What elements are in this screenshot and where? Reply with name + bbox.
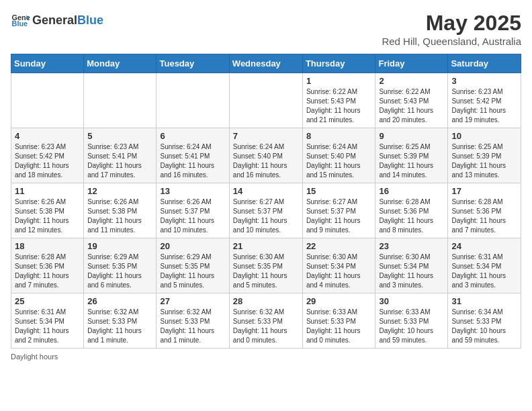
calendar-cell: 19Sunrise: 6:29 AM Sunset: 5:35 PM Dayli… <box>84 238 157 293</box>
title-area: May 2025 Red Hill, Queensland, Australia <box>382 11 521 47</box>
day-number: 10 <box>451 131 517 141</box>
calendar-cell: 25Sunrise: 6:31 AM Sunset: 5:34 PM Dayli… <box>11 293 84 349</box>
calendar-cell: 5Sunrise: 6:23 AM Sunset: 5:41 PM Daylig… <box>84 128 157 183</box>
calendar-cell: 27Sunrise: 6:32 AM Sunset: 5:33 PM Dayli… <box>157 293 229 349</box>
day-number: 16 <box>379 186 444 196</box>
day-info: Sunrise: 6:25 AM Sunset: 5:39 PM Dayligh… <box>379 142 444 180</box>
day-number: 25 <box>15 296 80 306</box>
weekday-header-tuesday: Tuesday <box>157 54 229 73</box>
calendar-cell: 16Sunrise: 6:28 AM Sunset: 5:36 PM Dayli… <box>375 183 448 238</box>
calendar-cell <box>84 73 157 128</box>
calendar-cell <box>11 73 84 128</box>
day-info: Sunrise: 6:32 AM Sunset: 5:33 PM Dayligh… <box>233 308 299 345</box>
day-number: 30 <box>379 296 444 306</box>
day-number: 1 <box>306 76 372 86</box>
weekday-header-row: SundayMondayTuesdayWednesdayThursdayFrid… <box>11 54 521 73</box>
calendar-cell: 30Sunrise: 6:33 AM Sunset: 5:33 PM Dayli… <box>375 293 448 349</box>
calendar-cell: 29Sunrise: 6:33 AM Sunset: 5:33 PM Dayli… <box>302 293 375 349</box>
day-info: Sunrise: 6:22 AM Sunset: 5:43 PM Dayligh… <box>379 87 444 125</box>
day-info: Sunrise: 6:34 AM Sunset: 5:33 PM Dayligh… <box>451 308 517 345</box>
calendar-title: May 2025 <box>382 11 521 36</box>
day-info: Sunrise: 6:29 AM Sunset: 5:35 PM Dayligh… <box>87 253 152 290</box>
day-number: 20 <box>160 241 225 251</box>
logo-blue-text: Blue <box>77 13 103 28</box>
svg-text:Blue: Blue <box>12 19 28 28</box>
weekday-header-saturday: Saturday <box>448 54 521 73</box>
day-info: Sunrise: 6:29 AM Sunset: 5:35 PM Dayligh… <box>160 253 225 290</box>
day-number: 19 <box>87 241 152 251</box>
calendar-cell: 13Sunrise: 6:26 AM Sunset: 5:37 PM Dayli… <box>157 183 229 238</box>
day-info: Sunrise: 6:24 AM Sunset: 5:40 PM Dayligh… <box>233 142 299 180</box>
day-info: Sunrise: 6:28 AM Sunset: 5:36 PM Dayligh… <box>451 197 517 235</box>
weekday-header-thursday: Thursday <box>302 54 375 73</box>
day-number: 7 <box>233 131 299 141</box>
footer: Daylight hours <box>11 353 521 361</box>
day-number: 27 <box>160 296 225 306</box>
calendar-cell: 4Sunrise: 6:23 AM Sunset: 5:42 PM Daylig… <box>11 128 84 183</box>
day-info: Sunrise: 6:27 AM Sunset: 5:37 PM Dayligh… <box>233 197 299 235</box>
logo-general-text: General <box>32 13 77 28</box>
calendar-cell: 10Sunrise: 6:25 AM Sunset: 5:39 PM Dayli… <box>448 128 521 183</box>
logo-icon: General Blue <box>11 11 30 30</box>
day-number: 29 <box>306 296 372 306</box>
weekday-header-sunday: Sunday <box>11 54 84 73</box>
calendar-cell: 2Sunrise: 6:22 AM Sunset: 5:43 PM Daylig… <box>375 73 448 128</box>
day-number: 5 <box>87 131 152 141</box>
calendar-cell <box>229 73 302 128</box>
day-number: 12 <box>87 186 152 196</box>
day-info: Sunrise: 6:31 AM Sunset: 5:34 PM Dayligh… <box>451 253 517 290</box>
calendar-cell: 18Sunrise: 6:28 AM Sunset: 5:36 PM Dayli… <box>11 238 84 293</box>
calendar-week-row: 18Sunrise: 6:28 AM Sunset: 5:36 PM Dayli… <box>11 238 521 293</box>
weekday-header-friday: Friday <box>375 54 448 73</box>
calendar-cell: 21Sunrise: 6:30 AM Sunset: 5:35 PM Dayli… <box>229 238 302 293</box>
day-number: 14 <box>233 186 299 196</box>
calendar-cell: 3Sunrise: 6:23 AM Sunset: 5:42 PM Daylig… <box>448 73 521 128</box>
calendar-cell: 6Sunrise: 6:24 AM Sunset: 5:41 PM Daylig… <box>157 128 229 183</box>
day-number: 9 <box>379 131 444 141</box>
day-info: Sunrise: 6:27 AM Sunset: 5:37 PM Dayligh… <box>306 197 372 235</box>
weekday-header-wednesday: Wednesday <box>229 54 302 73</box>
day-info: Sunrise: 6:25 AM Sunset: 5:39 PM Dayligh… <box>451 142 517 180</box>
calendar-cell: 20Sunrise: 6:29 AM Sunset: 5:35 PM Dayli… <box>157 238 229 293</box>
calendar-cell: 14Sunrise: 6:27 AM Sunset: 5:37 PM Dayli… <box>229 183 302 238</box>
day-number: 11 <box>15 186 80 196</box>
day-info: Sunrise: 6:30 AM Sunset: 5:34 PM Dayligh… <box>306 253 372 290</box>
day-info: Sunrise: 6:28 AM Sunset: 5:36 PM Dayligh… <box>15 253 80 290</box>
calendar-cell: 7Sunrise: 6:24 AM Sunset: 5:40 PM Daylig… <box>229 128 302 183</box>
calendar-cell: 31Sunrise: 6:34 AM Sunset: 5:33 PM Dayli… <box>448 293 521 349</box>
logo: General Blue GeneralBlue <box>11 11 103 30</box>
calendar-subtitle: Red Hill, Queensland, Australia <box>382 36 521 47</box>
day-info: Sunrise: 6:23 AM Sunset: 5:42 PM Dayligh… <box>451 87 517 125</box>
daylight-label: Daylight hours <box>11 353 58 361</box>
calendar-cell <box>157 73 229 128</box>
day-number: 15 <box>306 186 372 196</box>
calendar-cell: 17Sunrise: 6:28 AM Sunset: 5:36 PM Dayli… <box>448 183 521 238</box>
day-number: 31 <box>451 296 517 306</box>
calendar-cell: 9Sunrise: 6:25 AM Sunset: 5:39 PM Daylig… <box>375 128 448 183</box>
day-info: Sunrise: 6:30 AM Sunset: 5:35 PM Dayligh… <box>233 253 299 290</box>
calendar-cell: 15Sunrise: 6:27 AM Sunset: 5:37 PM Dayli… <box>302 183 375 238</box>
day-info: Sunrise: 6:22 AM Sunset: 5:43 PM Dayligh… <box>306 87 372 125</box>
day-number: 13 <box>160 186 225 196</box>
day-info: Sunrise: 6:24 AM Sunset: 5:40 PM Dayligh… <box>306 142 372 180</box>
day-number: 3 <box>451 76 517 86</box>
day-number: 23 <box>379 241 444 251</box>
calendar-week-row: 1Sunrise: 6:22 AM Sunset: 5:43 PM Daylig… <box>11 73 521 128</box>
day-info: Sunrise: 6:30 AM Sunset: 5:34 PM Dayligh… <box>379 253 444 290</box>
day-info: Sunrise: 6:32 AM Sunset: 5:33 PM Dayligh… <box>87 308 152 345</box>
day-number: 18 <box>15 241 80 251</box>
calendar-cell: 11Sunrise: 6:26 AM Sunset: 5:38 PM Dayli… <box>11 183 84 238</box>
day-info: Sunrise: 6:33 AM Sunset: 5:33 PM Dayligh… <box>306 308 372 345</box>
calendar-cell: 22Sunrise: 6:30 AM Sunset: 5:34 PM Dayli… <box>302 238 375 293</box>
weekday-header-monday: Monday <box>84 54 157 73</box>
day-number: 26 <box>87 296 152 306</box>
calendar-week-row: 25Sunrise: 6:31 AM Sunset: 5:34 PM Dayli… <box>11 293 521 349</box>
calendar-cell: 28Sunrise: 6:32 AM Sunset: 5:33 PM Dayli… <box>229 293 302 349</box>
day-number: 6 <box>160 131 225 141</box>
day-info: Sunrise: 6:24 AM Sunset: 5:41 PM Dayligh… <box>160 142 225 180</box>
header: General Blue GeneralBlue May 2025 Red Hi… <box>11 11 521 47</box>
day-info: Sunrise: 6:33 AM Sunset: 5:33 PM Dayligh… <box>379 308 444 345</box>
day-info: Sunrise: 6:26 AM Sunset: 5:37 PM Dayligh… <box>160 197 225 235</box>
calendar-week-row: 11Sunrise: 6:26 AM Sunset: 5:38 PM Dayli… <box>11 183 521 238</box>
day-number: 21 <box>233 241 299 251</box>
